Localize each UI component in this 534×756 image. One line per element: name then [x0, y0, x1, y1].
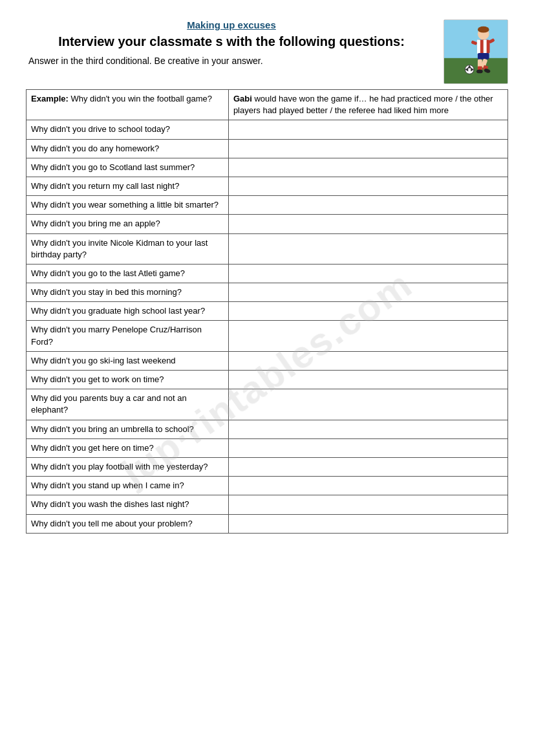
table-row: Why didn't you wear something a little b… [27, 196, 508, 215]
question-text: Why didn't you wear something a little b… [31, 200, 219, 210]
question-cell: Why didn't you drive to school today? [27, 120, 229, 139]
table-row: Why didn't you go to the last Atleti gam… [27, 264, 508, 283]
question-cell: Why didn't you stay in bed this morning? [27, 283, 229, 302]
question-cell: Why didn't you marry Penelope Cruz/Harri… [27, 321, 229, 351]
svg-rect-1 [444, 58, 507, 83]
answer-cell[interactable] [228, 139, 507, 158]
answer-cell[interactable] [228, 264, 507, 283]
question-cell: Why didn't you get to work on time? [27, 371, 229, 389]
answer-cell[interactable] [228, 420, 507, 438]
question-text: Why didn't you wash the dishes last nigh… [31, 499, 189, 509]
table-row: Why didn't you go to Scotland last summe… [27, 158, 508, 177]
svg-rect-5 [477, 39, 480, 54]
example-answer-cell: Gabi would have won the game if… he had … [228, 90, 507, 120]
answer-cell[interactable] [228, 233, 507, 264]
question-cell: Why didn't you wear something a little b… [27, 196, 229, 215]
main-heading: Interview your classmate s with the foll… [26, 34, 437, 49]
question-text: Why didn't you go to Scotland last summe… [31, 162, 195, 172]
answer-cell[interactable] [228, 495, 507, 514]
question-text: Why didn't you drive to school today? [31, 124, 170, 134]
example-name: Gabi [233, 94, 252, 103]
table-row: Why didn't you wash the dishes last nigh… [27, 495, 508, 514]
svg-rect-6 [484, 39, 487, 54]
player-image [443, 19, 508, 84]
table-row: Why did you parents buy a car and not an… [27, 389, 508, 420]
table-row: Why didn't you bring an umbrella to scho… [27, 420, 508, 438]
answer-cell[interactable] [228, 196, 507, 215]
answer-cell[interactable] [228, 477, 507, 495]
question-text: Why didn't you invite Nicole Kidman to y… [31, 238, 208, 259]
answer-cell[interactable] [228, 215, 507, 233]
question-text: Why didn't you stay in bed this morning? [31, 287, 182, 297]
svg-point-14 [476, 69, 483, 73]
instruction-text: Answer in the third conditional. Be crea… [28, 56, 437, 66]
svg-rect-9 [478, 53, 489, 59]
example-label-cell: Example: Why didn't you win the football… [27, 90, 229, 120]
table-row: Why didn't you get here on time? [27, 438, 508, 457]
question-cell: Why didn't you play football with me yes… [27, 457, 229, 476]
answer-cell[interactable] [228, 321, 507, 351]
question-cell: Why didn't you invite Nicole Kidman to y… [27, 233, 229, 264]
answer-cell[interactable] [228, 302, 507, 321]
question-text: Why didn't you get here on time? [31, 443, 154, 453]
answer-cell[interactable] [228, 120, 507, 139]
question-cell: Why didn't you go ski-ing last weekend [27, 351, 229, 370]
question-cell: Why didn't you tell me about your proble… [27, 514, 229, 533]
question-text: Why didn't you stand up when I came in? [31, 481, 184, 490]
table-row: Why didn't you play football with me yes… [27, 457, 508, 476]
question-cell: Why didn't you go to Scotland last summe… [27, 158, 229, 177]
table-row: Why didn't you do any homework? [27, 139, 508, 158]
question-cell: Why didn't you do any homework? [27, 139, 229, 158]
table-row: Why didn't you graduate high school last… [27, 302, 508, 321]
question-cell: Why did you parents buy a car and not an… [27, 389, 229, 420]
answer-cell[interactable] [228, 351, 507, 370]
question-cell: Why didn't you bring an umbrella to scho… [27, 420, 229, 438]
question-cell: Why didn't you go to the last Atleti gam… [27, 264, 229, 283]
table-row: Why didn't you tell me about your proble… [27, 514, 508, 533]
question-cell: Why didn't you return my call last night… [27, 177, 229, 195]
answer-cell[interactable] [228, 158, 507, 177]
question-cell: Why didn't you wash the dishes last nigh… [27, 495, 229, 514]
question-text: Why didn't you play football with me yes… [31, 462, 208, 471]
question-text: Why didn't you marry Penelope Cruz/Harri… [31, 325, 202, 346]
answer-cell[interactable] [228, 389, 507, 420]
table-row: Why didn't you return my call last night… [27, 177, 508, 195]
table-row: Why didn't you marry Penelope Cruz/Harri… [27, 321, 508, 351]
table-row: Why didn't you go ski-ing last weekend [27, 351, 508, 370]
table-row: Why didn't you drive to school today? [27, 120, 508, 139]
table-row: Why didn't you invite Nicole Kidman to y… [27, 233, 508, 264]
question-text: Why didn't you go to the last Atleti gam… [31, 268, 185, 278]
question-cell: Why didn't you get here on time? [27, 438, 229, 457]
question-text: Why did you parents buy a car and not an… [31, 393, 187, 415]
header-text: Making up excuses Interview your classma… [26, 19, 437, 75]
table-row: Why didn't you stay in bed this morning? [27, 283, 508, 302]
answer-cell[interactable] [228, 283, 507, 302]
question-text: Why didn't you do any homework? [31, 144, 159, 153]
example-question: Why didn't you win the football game? [70, 94, 212, 103]
svg-point-3 [478, 27, 489, 33]
example-answer-text: would have won the game if… he had pract… [233, 94, 493, 115]
page-title: Making up excuses [26, 19, 437, 30]
questions-table: Example: Why didn't you win the football… [26, 89, 508, 534]
question-text: Why didn't you graduate high school last… [31, 306, 205, 316]
question-text: Why didn't you go ski-ing last weekend [31, 356, 176, 365]
table-row: Why didn't you stand up when I came in? [27, 477, 508, 495]
table-row: Why didn't you get to work on time? [27, 371, 508, 389]
answer-cell[interactable] [228, 457, 507, 476]
question-cell: Why didn't you bring me an apple? [27, 215, 229, 233]
question-text: Why didn't you bring an umbrella to scho… [31, 424, 194, 434]
question-text: Why didn't you get to work on time? [31, 374, 164, 384]
answer-cell[interactable] [228, 438, 507, 457]
example-label: Example: [31, 94, 69, 103]
question-text: Why didn't you tell me about your proble… [31, 519, 193, 528]
question-cell: Why didn't you graduate high school last… [27, 302, 229, 321]
question-text: Why didn't you bring me an apple? [31, 219, 160, 228]
answer-cell[interactable] [228, 177, 507, 195]
table-row: Why didn't you bring me an apple? [27, 215, 508, 233]
question-cell: Why didn't you stand up when I came in? [27, 477, 229, 495]
answer-cell[interactable] [228, 514, 507, 533]
question-text: Why didn't you return my call last night… [31, 181, 179, 191]
header-area: Making up excuses Interview your classma… [26, 19, 508, 84]
example-row: Example: Why didn't you win the football… [27, 90, 508, 120]
answer-cell[interactable] [228, 371, 507, 389]
